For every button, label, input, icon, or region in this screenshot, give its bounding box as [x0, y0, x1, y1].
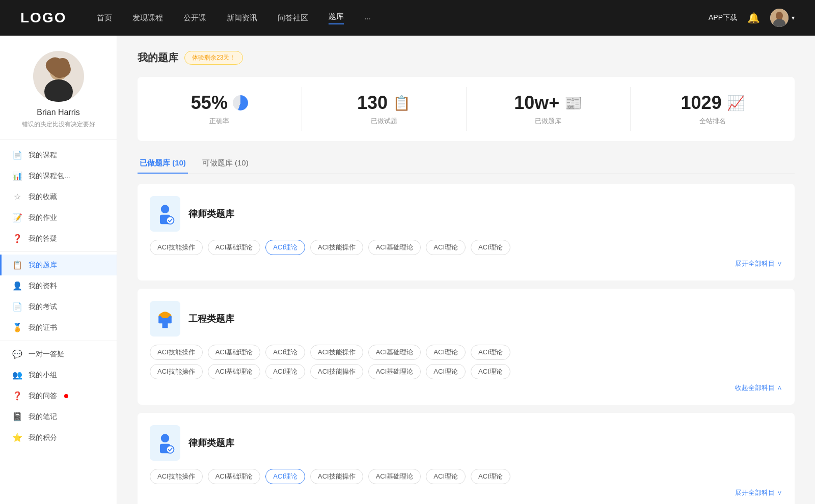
tag-3-1[interactable]: ACI技能操作: [150, 469, 203, 484]
sidebar-item-1on1[interactable]: 💬 一对一答疑: [0, 344, 117, 365]
profile-icon: 👤: [12, 281, 22, 291]
tag-3-2[interactable]: ACI基础理论: [208, 469, 261, 484]
tag-3-5[interactable]: ACI基础理论: [368, 469, 421, 484]
tag-2-2-7[interactable]: ACI理论: [471, 364, 510, 379]
tag-3-7[interactable]: ACI理论: [471, 469, 510, 484]
sidebar-item-qbank[interactable]: 📋 我的题库: [0, 255, 117, 275]
chevron-down-icon: ▾: [792, 14, 795, 21]
sidebar-menu: 📄 我的课程 📊 我的课程包... ☆ 我的收藏 📝 我的作业 ❓ 我的答疑 �: [0, 145, 117, 448]
qbank-icon: 📋: [12, 260, 22, 270]
courses-icon: 📄: [12, 150, 22, 160]
cert-icon: 🏅: [12, 323, 22, 332]
tag-2-1-2[interactable]: ACI基础理论: [208, 345, 261, 360]
nav-opencourse[interactable]: 公开课: [183, 13, 206, 23]
sidebar-item-qbank-label: 我的题库: [29, 261, 57, 270]
qbank-card-2-header: 工程类题库: [150, 301, 782, 337]
profile-motto: 错误的决定比没有决定要好: [10, 120, 106, 129]
qbank-card-3-header: 律师类题库: [150, 425, 782, 461]
tag-2-2-2[interactable]: ACI基础理论: [208, 364, 261, 379]
sidebar-item-profile-label: 我的资料: [29, 282, 57, 291]
tag-2-1-5[interactable]: ACI基础理论: [368, 345, 421, 360]
tag-3-4[interactable]: ACI技能操作: [310, 469, 363, 484]
nav-qa[interactable]: 问答社区: [278, 13, 308, 23]
sidebar-item-profile[interactable]: 👤 我的资料: [0, 275, 117, 296]
sidebar-item-favorites-label: 我的收藏: [29, 192, 57, 202]
favorites-icon: ☆: [12, 192, 22, 202]
group-icon: 👥: [12, 370, 22, 380]
tag-3-6[interactable]: ACI理论: [426, 469, 466, 484]
tag-1-6[interactable]: ACI理论: [426, 240, 466, 255]
expand-card-3[interactable]: 展开全部科目 ∨: [150, 488, 782, 497]
sidebar-item-favorites[interactable]: ☆ 我的收藏: [0, 186, 117, 207]
sidebar-item-cert[interactable]: 🏅 我的证书: [0, 317, 117, 338]
notification-bell-icon[interactable]: 🔔: [747, 12, 760, 24]
tag-2-2-4[interactable]: ACI技能操作: [310, 364, 363, 379]
notes-icon: 📓: [12, 412, 22, 422]
tag-2-2-1[interactable]: ACI技能操作: [150, 364, 203, 379]
sidebar-item-homework[interactable]: 📝 我的作业: [0, 207, 117, 228]
nav-qbank[interactable]: 题库: [329, 12, 344, 24]
qbank-card-1-title: 律师类题库: [188, 208, 234, 220]
tag-1-3[interactable]: ACI理论: [265, 240, 305, 255]
stat-done-banks-value: 10w+: [514, 92, 559, 114]
tag-2-1-6[interactable]: ACI理论: [426, 345, 466, 360]
qbank-card-3-tags: ACI技能操作 ACI基础理论 ACI理论 ACI技能操作 ACI基础理论 AC…: [150, 469, 782, 484]
tag-2-1-3[interactable]: ACI理论: [265, 345, 305, 360]
done-questions-icon: 📋: [393, 95, 411, 111]
tag-1-5[interactable]: ACI基础理论: [368, 240, 421, 255]
nav-discover[interactable]: 发现课程: [132, 13, 163, 23]
svg-point-6: [161, 205, 170, 214]
tab-done[interactable]: 已做题库 (10): [138, 153, 188, 173]
tag-2-1-7[interactable]: ACI理论: [471, 345, 510, 360]
stat-rank-label: 全站排名: [699, 117, 726, 126]
user-avatar-wrap[interactable]: ▾: [770, 9, 795, 27]
tag-1-7[interactable]: ACI理论: [471, 240, 510, 255]
sidebar-item-myqa[interactable]: ❓ 我的问答: [0, 385, 117, 406]
expand-card-1[interactable]: 展开全部科目 ∨: [150, 259, 782, 268]
stats-bar: 55% 正确率 130 📋 已做试题 10w+ 📰 已做题库: [138, 77, 795, 141]
tag-2-1-4[interactable]: ACI技能操作: [310, 345, 363, 360]
qbank-card-2: 工程类题库 ACI技能操作 ACI基础理论 ACI理论 ACI技能操作 ACI基…: [138, 289, 795, 405]
tag-1-2[interactable]: ACI基础理论: [208, 240, 261, 255]
sidebar-item-packages-label: 我的课程包...: [29, 172, 70, 181]
sidebar-item-qa[interactable]: ❓ 我的答疑: [0, 228, 117, 249]
tag-1-4[interactable]: ACI技能操作: [310, 240, 363, 255]
tab-todo[interactable]: 可做题库 (10): [200, 153, 251, 173]
collapse-card-2[interactable]: 收起全部科目 ∧: [150, 383, 782, 393]
accuracy-pie-icon: [233, 95, 248, 110]
tag-2-2-6[interactable]: ACI理论: [426, 364, 466, 379]
tag-2-2-5[interactable]: ACI基础理论: [368, 364, 421, 379]
profile-section: Brian Harris 错误的决定比没有决定要好: [0, 51, 117, 139]
qbank-card-1: 律师类题库 ACI技能操作 ACI基础理论 ACI理论 ACI技能操作 ACI基…: [138, 184, 795, 281]
stat-done-banks-label: 已做题库: [535, 117, 561, 126]
sidebar-item-group[interactable]: 👥 我的小组: [0, 365, 117, 385]
tag-1-1[interactable]: ACI技能操作: [150, 240, 203, 255]
bank-tabs: 已做题库 (10) 可做题库 (10): [138, 153, 795, 174]
sidebar-item-exam-label: 我的考试: [29, 302, 57, 312]
tag-2-2-3[interactable]: ACI理论: [265, 364, 305, 379]
nav-home[interactable]: 首页: [97, 13, 112, 23]
sidebar-item-packages[interactable]: 📊 我的课程包...: [0, 165, 117, 186]
homework-icon: 📝: [12, 213, 22, 222]
stat-done-questions-label: 已做试题: [371, 117, 397, 126]
sidebar-item-group-label: 我的小组: [29, 371, 57, 380]
myqa-icon: ❓: [12, 391, 22, 401]
sidebar-item-notes[interactable]: 📓 我的笔记: [0, 406, 117, 427]
qbank-card-1-header: 律师类题库: [150, 196, 782, 232]
tag-2-1-1[interactable]: ACI技能操作: [150, 345, 203, 360]
sidebar-item-exam[interactable]: 📄 我的考试: [0, 296, 117, 317]
svg-point-8: [167, 217, 174, 225]
tag-3-3[interactable]: ACI理论: [265, 469, 305, 484]
sidebar-item-points[interactable]: ⭐ 我的积分: [0, 427, 117, 448]
qbank-card-1-icon: [150, 196, 180, 232]
sidebar-item-courses[interactable]: 📄 我的课程: [0, 145, 117, 165]
stat-done-questions: 130 📋 已做试题: [302, 87, 467, 131]
main-nav: 首页 发现课程 公开课 新闻资讯 问答社区 题库 ···: [97, 12, 709, 24]
points-icon: ⭐: [12, 433, 22, 442]
page-header: 我的题库 体验剩余23天！: [138, 51, 795, 65]
header-right: APP下载 🔔 ▾: [709, 9, 795, 27]
qbank-card-3-icon: [150, 425, 180, 461]
nav-news[interactable]: 新闻资讯: [227, 13, 257, 23]
nav-more[interactable]: ···: [364, 14, 371, 22]
app-download-button[interactable]: APP下载: [709, 13, 737, 22]
